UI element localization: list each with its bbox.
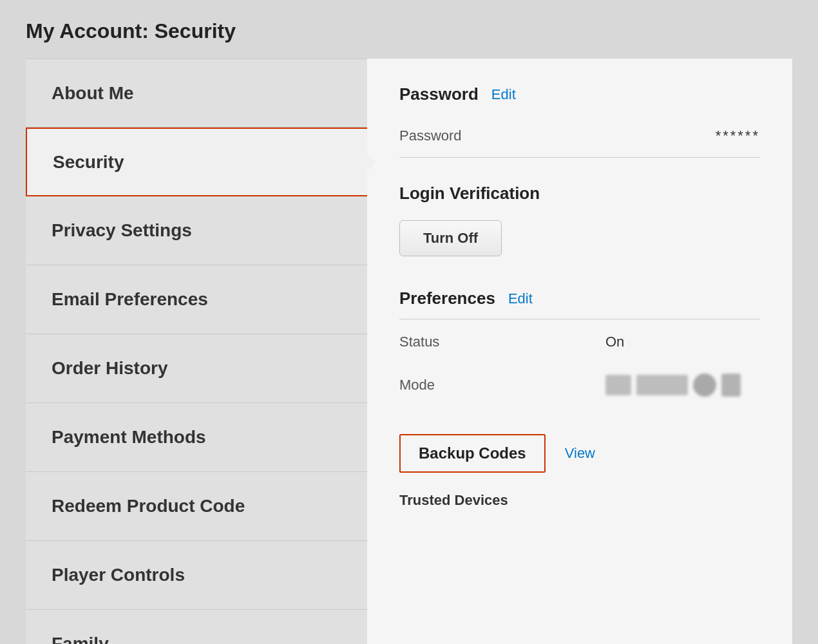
sidebar-item-order-history[interactable]: Order History	[26, 334, 367, 403]
sidebar-item-label-privacy-settings: Privacy Settings	[52, 220, 192, 241]
page-wrapper: My Account: Security About MeSecurityPri…	[0, 0, 818, 644]
status-label: Status	[399, 334, 490, 350]
sidebar-item-label-payment-methods: Payment Methods	[52, 427, 206, 448]
sidebar-item-payment-methods[interactable]: Payment Methods	[26, 403, 367, 472]
sidebar-item-label-family: Family	[52, 634, 109, 644]
sidebar-item-email-preferences[interactable]: Email Preferences	[26, 265, 367, 334]
sidebar-item-label-email-preferences: Email Preferences	[52, 289, 208, 310]
password-edit-link[interactable]: Edit	[491, 86, 516, 103]
layout: About MeSecurityPrivacy SettingsEmail Pr…	[26, 59, 792, 644]
password-section-title: Password	[399, 84, 479, 104]
mode-row: Mode	[399, 362, 760, 408]
turn-off-button[interactable]: Turn Off	[399, 220, 502, 256]
mode-icon-1	[605, 375, 631, 395]
sidebar-item-label-security: Security	[53, 152, 124, 173]
sidebar-item-label-player-controls: Player Controls	[52, 565, 185, 585]
backup-codes-label: Backup Codes	[399, 434, 546, 473]
mode-label: Mode	[399, 377, 490, 393]
sidebar-item-security[interactable]: Security	[26, 128, 367, 196]
backup-codes-row: Backup Codes View	[399, 434, 760, 473]
trusted-devices-title: Trusted Devices	[399, 492, 760, 509]
password-section: Password Edit Password ******	[399, 84, 760, 158]
main-content: Password Edit Password ****** Login Veri…	[367, 59, 792, 644]
status-row: Status On	[399, 322, 760, 362]
mode-icons	[605, 374, 741, 397]
mode-icon-2	[636, 375, 688, 395]
status-value: On	[605, 334, 624, 350]
login-verification-section: Login Verification Turn Off	[399, 184, 760, 263]
sidebar-item-label-about-me: About Me	[52, 83, 134, 104]
mode-icon-4	[721, 374, 741, 397]
backup-codes-view-link[interactable]: View	[565, 445, 595, 462]
login-verification-title: Login Verification	[399, 184, 540, 204]
sidebar-item-player-controls[interactable]: Player Controls	[26, 541, 367, 610]
preferences-fields: Status On Mode	[399, 319, 760, 408]
sidebar-item-label-redeem-product-code: Redeem Product Code	[52, 496, 245, 516]
sidebar-item-redeem-product-code[interactable]: Redeem Product Code	[26, 472, 367, 541]
mode-icon-3	[693, 374, 716, 397]
password-field-label: Password	[399, 128, 462, 144]
password-field-row: Password ******	[399, 115, 760, 158]
sidebar: About MeSecurityPrivacy SettingsEmail Pr…	[26, 59, 367, 644]
sidebar-item-label-order-history: Order History	[52, 358, 168, 379]
password-section-header: Password Edit	[399, 84, 760, 104]
sidebar-item-about-me[interactable]: About Me	[26, 59, 367, 128]
login-verification-header: Login Verification	[399, 184, 760, 204]
preferences-section: Preferences Edit Status On Mode	[399, 289, 760, 408]
page-title: My Account: Security	[26, 19, 792, 43]
sidebar-item-privacy-settings[interactable]: Privacy Settings	[26, 196, 367, 265]
preferences-edit-link[interactable]: Edit	[508, 290, 533, 307]
password-field-value: ******	[716, 128, 760, 144]
preferences-title: Preferences	[399, 289, 495, 308]
sidebar-item-family[interactable]: Family	[26, 610, 367, 644]
preferences-section-header: Preferences Edit	[399, 289, 760, 308]
